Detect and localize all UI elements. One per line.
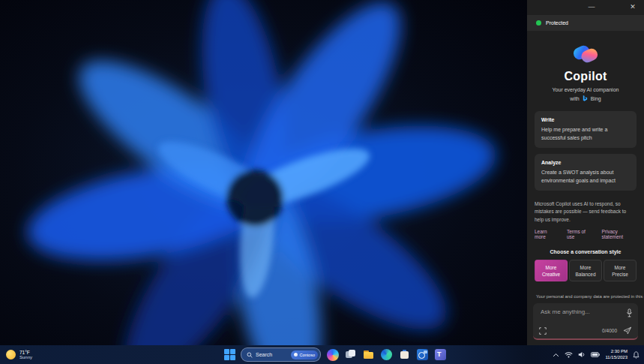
close-button[interactable]: ✕ bbox=[627, 2, 639, 12]
search-badge-label: Contoso bbox=[300, 353, 316, 357]
suggestion-card-write[interactable]: Write Help me prepare and write a succes… bbox=[535, 111, 637, 148]
desktop-wallpaper bbox=[0, 0, 527, 345]
learn-more-link[interactable]: Learn more bbox=[535, 229, 557, 239]
panel-titlebar: — ✕ bbox=[527, 0, 644, 15]
system-tray: 2:30 PM 11/15/2023 bbox=[553, 345, 640, 364]
style-more-balanced-button[interactable]: More Balanced bbox=[569, 260, 602, 281]
start-button[interactable] bbox=[224, 349, 235, 360]
style-more-precise-button[interactable]: More Precise bbox=[604, 260, 637, 281]
conversation-style-heading: Choose a conversation style bbox=[527, 249, 644, 254]
wifi-icon[interactable] bbox=[565, 352, 573, 358]
legal-links: Learn more Terms of use Privacy statemen… bbox=[535, 229, 637, 239]
contoso-logo-icon bbox=[294, 353, 298, 356]
char-counter: 0/4000 bbox=[602, 328, 617, 333]
bing-label: Bing bbox=[591, 96, 601, 101]
chat-input[interactable] bbox=[539, 308, 623, 316]
weather-condition: Sunny bbox=[19, 355, 32, 360]
outlook-icon[interactable] bbox=[416, 348, 429, 361]
card-category: Write bbox=[541, 117, 630, 122]
edge-browser-icon[interactable] bbox=[380, 348, 393, 361]
microphone-icon[interactable] bbox=[626, 308, 633, 317]
suggestion-cards: Write Help me prepare and write a succes… bbox=[527, 111, 644, 191]
data-protection-text: Your personal and company data are prote… bbox=[536, 294, 644, 299]
protected-label: Protected bbox=[546, 20, 568, 26]
privacy-statement-link[interactable]: Privacy statement bbox=[601, 229, 637, 239]
task-view-icon[interactable] bbox=[344, 348, 357, 361]
screenshot-icon[interactable] bbox=[539, 327, 547, 335]
with-bing-row: with Bing bbox=[527, 95, 644, 102]
chat-composer: 0/4000 bbox=[533, 303, 638, 340]
bing-icon bbox=[582, 95, 589, 102]
taskbar-copilot-icon[interactable] bbox=[326, 348, 339, 361]
search-label: Search bbox=[256, 352, 288, 357]
tray-time: 2:30 PM bbox=[605, 349, 628, 355]
speaker-icon[interactable] bbox=[578, 351, 586, 358]
search-box[interactable]: Search Contoso bbox=[241, 347, 321, 362]
battery-icon[interactable] bbox=[591, 352, 600, 357]
copilot-logo-icon bbox=[571, 41, 601, 68]
copilot-subtitle: Your everyday AI companion bbox=[527, 87, 644, 92]
style-line2: Precise bbox=[612, 271, 628, 278]
style-line1: More bbox=[546, 264, 557, 271]
copilot-title: Copilot bbox=[527, 70, 644, 83]
suggestion-card-analyze[interactable]: Analyze Create a SWOT analysis about env… bbox=[535, 154, 637, 191]
card-category: Analyze bbox=[541, 160, 630, 165]
microsoft-store-icon[interactable] bbox=[398, 348, 411, 361]
weather-temperature: 71°F bbox=[19, 350, 32, 355]
protected-dot-icon bbox=[536, 20, 541, 26]
bloom-wallpaper-art bbox=[0, 0, 527, 345]
style-line1: More bbox=[580, 264, 592, 271]
style-line1: More bbox=[615, 264, 626, 271]
taskbar-center: Search Contoso T bbox=[224, 345, 447, 364]
terms-of-use-link[interactable]: Terms of use bbox=[567, 229, 592, 239]
style-line2: Balanced bbox=[575, 271, 595, 278]
ai-disclaimer: Microsoft Copilot uses AI to respond, so… bbox=[535, 200, 637, 224]
composer-bottom-row: 0/4000 bbox=[539, 326, 632, 335]
minimize-button[interactable]: — bbox=[586, 2, 598, 12]
style-more-creative-button[interactable]: More Creative bbox=[535, 260, 568, 281]
send-icon[interactable] bbox=[623, 326, 632, 335]
tray-chevron-up-icon[interactable] bbox=[553, 353, 559, 357]
tray-date: 11/15/2023 bbox=[605, 355, 628, 361]
card-text: Help me prepare and write a successful s… bbox=[541, 126, 630, 142]
search-icon bbox=[247, 352, 253, 358]
teams-icon[interactable]: T bbox=[434, 348, 447, 361]
weather-widget[interactable]: 71°F Sunny bbox=[6, 345, 32, 364]
with-label: with bbox=[570, 96, 579, 101]
notification-bell-icon[interactable] bbox=[633, 351, 640, 359]
protected-status-bar: Protected bbox=[527, 15, 644, 31]
style-line2: Creative bbox=[542, 271, 560, 278]
clock-widget[interactable]: 2:30 PM 11/15/2023 bbox=[605, 349, 628, 360]
sun-icon bbox=[6, 350, 16, 359]
copilot-panel: — ✕ Protected Copilot Your everyday AI c… bbox=[527, 0, 644, 345]
data-protection-note: Your personal and company data are prote… bbox=[533, 293, 638, 299]
card-text: Create a SWOT analysis about environment… bbox=[541, 169, 630, 185]
taskbar: 71°F Sunny Search Contoso T bbox=[0, 345, 644, 364]
file-explorer-icon[interactable] bbox=[362, 348, 375, 361]
search-highlight-badge: Contoso bbox=[291, 350, 319, 359]
conversation-style-group: More Creative More Balanced More Precise bbox=[535, 260, 637, 281]
